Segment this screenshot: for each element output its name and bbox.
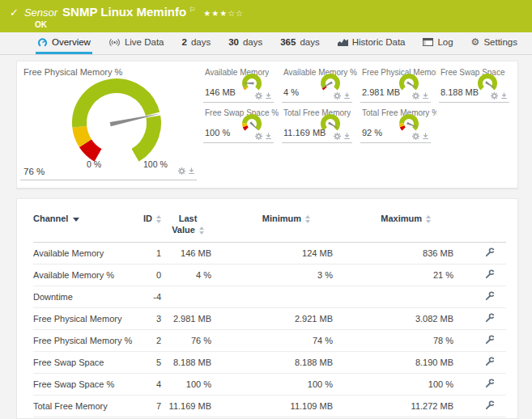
minimum-cell: 8.188 MB: [211, 351, 333, 373]
maximum-cell: 100 %: [333, 373, 453, 395]
column-header-max[interactable]: Maximum: [333, 210, 453, 242]
channel-name-cell[interactable]: Downtime: [33, 286, 138, 307]
tab-live-data[interactable]: Live Data: [107, 32, 166, 54]
chart-icon: [338, 38, 348, 46]
channel-table-body: Available Memory1146 MB124 MB836 MBAvail…: [33, 242, 506, 419]
channel-name-cell[interactable]: Free Physical Memory: [33, 307, 138, 329]
gauge-value: 146 MB: [205, 87, 236, 97]
gauge-value: 4 %: [283, 87, 299, 97]
tab-label: Settings: [483, 37, 517, 47]
pin-icon[interactable]: [343, 92, 351, 99]
column-header-id[interactable]: ID: [138, 210, 164, 242]
channel-name-cell[interactable]: Free Physical Memory %: [33, 329, 138, 351]
table-row: Available Memory %04 %3 %21 %: [33, 264, 506, 286]
gear-icon[interactable]: [178, 167, 185, 175]
channel-table: ChannelIDLastValueMinimumMaximum Availab…: [33, 210, 506, 419]
gear-icon[interactable]: [334, 92, 341, 99]
channel-settings-icon[interactable]: [485, 291, 495, 301]
priority-stars[interactable]: ★★★☆☆: [203, 9, 244, 18]
gauge-panel-available-memory: Available Memory %4 %: [282, 65, 352, 103]
main-gauge-actions: [178, 167, 195, 175]
tab-log[interactable]: Log: [421, 32, 454, 54]
pin-icon[interactable]: [422, 133, 429, 140]
gauge-scale-min-label: 0 %: [87, 159, 101, 169]
channel-settings-icon[interactable]: [485, 313, 495, 323]
pin-icon[interactable]: [265, 92, 272, 99]
table-row: Free Physical Memory32.981 MB2.921 MB3.0…: [33, 307, 506, 329]
tab-number: 365: [280, 37, 296, 47]
tab-365-days[interactable]: 365days: [279, 32, 321, 54]
mini-gauge-grid: Available Memory146 MBAvailable Memory %…: [203, 61, 517, 188]
gear-icon[interactable]: [334, 133, 341, 140]
channel-name-cell[interactable]: Free Swap Space %: [33, 373, 138, 395]
minimum-cell: 124 MB: [211, 242, 333, 264]
channel-settings-icon[interactable]: [485, 400, 495, 410]
column-label: LastValue: [172, 214, 197, 235]
last-value-cell: [164, 286, 211, 307]
pin-icon[interactable]: [343, 133, 351, 140]
sensor-title-block: Sensor SNMP Linux Meminfo ⚐ ★★★☆☆ OK: [24, 5, 244, 29]
tab-historic-data[interactable]: Historic Data: [336, 32, 407, 54]
gauge-value: 100 %: [205, 128, 230, 138]
table-row: Total Free Memory711.169 MB11.109 MB11.2…: [33, 395, 506, 417]
last-value-cell: 76 %: [164, 329, 211, 351]
main-gauge-panel: Free Physical Memory % 0 % 100 % 76 %: [17, 61, 203, 188]
flag-icon[interactable]: ⚐: [189, 6, 195, 14]
channel-id-cell: 5: [138, 351, 164, 373]
gear-icon[interactable]: [412, 92, 419, 99]
last-value-cell: 11.169 MB: [164, 395, 211, 417]
tab-label: days: [300, 37, 319, 47]
pin-icon[interactable]: [188, 167, 195, 175]
sort-icon[interactable]: [426, 215, 431, 223]
gear-icon[interactable]: [412, 133, 419, 140]
gear-icon[interactable]: [255, 92, 262, 99]
gauge-panel-total-free-memory: Total Free Memory %92 %: [360, 105, 431, 143]
table-row: Free Swap Space %4100 %100 %100 %: [33, 373, 506, 395]
channel-name-cell[interactable]: Available Memory: [33, 242, 138, 264]
gear-icon: ⚙: [471, 37, 480, 47]
channel-id-cell: 7: [138, 395, 164, 417]
channel-settings-icon[interactable]: [485, 269, 495, 279]
sort-desc-icon[interactable]: [73, 218, 79, 222]
tab-2-days[interactable]: 2days: [180, 32, 212, 54]
maximum-cell: 78 %: [333, 329, 453, 351]
maximum-cell: 3.082 MB: [333, 307, 453, 329]
panel-divider: [20, 180, 197, 180]
table-row: Downtime-4: [33, 286, 506, 307]
channel-settings-icon[interactable]: [485, 335, 495, 345]
gauge-value: 11.169 MB: [283, 128, 326, 138]
gear-icon[interactable]: [491, 92, 498, 99]
tab-settings[interactable]: ⚙Settings: [470, 32, 519, 54]
column-header-min[interactable]: Minimum: [211, 210, 333, 242]
gauge-panel-free-swap-space: Free Swap Space %100 %: [203, 105, 274, 143]
channel-name-cell[interactable]: Free Swap Space: [33, 351, 138, 373]
minimum-cell: 3 %: [211, 264, 333, 286]
tab-30-days[interactable]: 30days: [227, 32, 264, 54]
sort-icon[interactable]: [305, 215, 310, 223]
gauge-actions: [334, 92, 351, 99]
channel-name-cell[interactable]: Total Free Memory: [33, 395, 138, 417]
tab-number: 30: [228, 37, 239, 47]
pin-icon[interactable]: [422, 92, 429, 99]
table-row: Available Memory1146 MB124 MB836 MB: [33, 242, 506, 264]
sort-icon[interactable]: [199, 226, 204, 235]
main-gauge-value: 76 %: [23, 167, 45, 176]
sort-icon[interactable]: [156, 215, 161, 223]
channel-settings-icon[interactable]: [485, 379, 495, 388]
gauge-actions: [255, 133, 272, 140]
last-value-cell: 100 %: [164, 373, 211, 395]
column-header-channel[interactable]: Channel: [33, 210, 138, 242]
minimum-cell: 11.109 MB: [211, 395, 333, 417]
channel-name-cell[interactable]: Available Memory %: [33, 264, 138, 286]
pin-icon[interactable]: [265, 133, 272, 140]
column-header-last[interactable]: LastValue: [164, 210, 211, 242]
channel-settings-icon[interactable]: [485, 357, 495, 366]
tab-overview[interactable]: Overview: [36, 32, 92, 54]
maximum-cell: [333, 286, 453, 307]
pin-icon[interactable]: [500, 92, 508, 99]
channel-id-cell: 2: [138, 329, 164, 351]
tab-label: Overview: [52, 37, 91, 47]
tab-bar: OverviewLive Data2days30days365daysHisto…: [0, 32, 532, 55]
channel-settings-icon[interactable]: [485, 248, 495, 257]
gear-icon[interactable]: [255, 133, 262, 140]
